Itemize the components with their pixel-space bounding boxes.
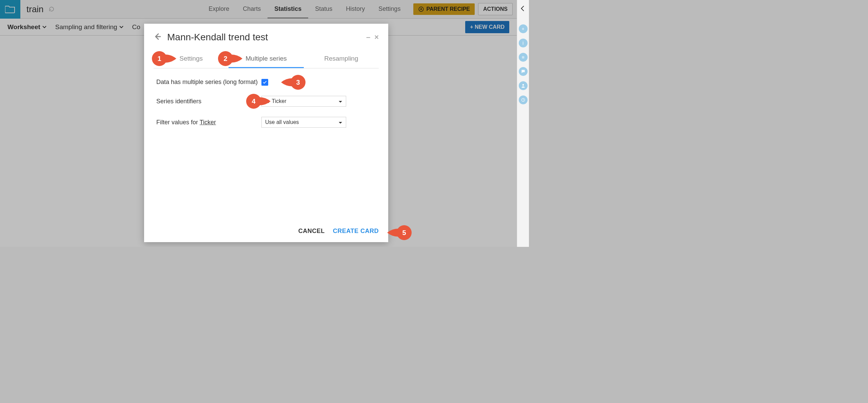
sidebar-circle-user[interactable]	[519, 81, 528, 90]
select-series-value: Ticker	[272, 98, 287, 104]
caret-down-icon	[338, 99, 342, 105]
text-type-icon: A	[265, 98, 269, 104]
right-sidebar: + i ≡	[517, 0, 529, 247]
check-icon	[262, 80, 267, 85]
close-icon[interactable]: ×	[374, 33, 379, 42]
select-series-identifier[interactable]: A Ticker	[261, 96, 346, 107]
modal-back-icon[interactable]	[154, 33, 162, 42]
modal-title: Mann-Kendall trend test	[167, 32, 362, 43]
tab-settings[interactable]: Settings	[154, 53, 229, 68]
modal-body: Data has multiple series (long format) S…	[144, 68, 388, 228]
filter-prefix: Filter values for	[156, 119, 200, 126]
sidebar-circle-info[interactable]: i	[519, 39, 528, 47]
sidebar-circle-plus[interactable]: +	[519, 24, 528, 33]
sidebar-circle-list[interactable]: ≡	[519, 53, 528, 62]
minimize-icon[interactable]: –	[366, 33, 370, 42]
modal-tabs: Settings Multiple series Resampling	[154, 53, 379, 68]
create-card-button[interactable]: CREATE CARD	[333, 228, 379, 235]
back-arrow-icon[interactable]	[519, 5, 527, 14]
svg-point-1	[522, 84, 524, 86]
label-series-identifiers: Series identifiers	[156, 98, 261, 105]
modal: Mann-Kendall trend test – × Settings Mul…	[144, 24, 388, 242]
modal-header: Mann-Kendall trend test – ×	[144, 24, 388, 46]
sidebar-circle-comment[interactable]	[519, 67, 528, 76]
label-filter-values: Filter values for Ticker	[156, 119, 261, 126]
checkbox-multiple-series[interactable]	[261, 79, 268, 86]
label-multiple-series: Data has multiple series (long format)	[156, 79, 261, 86]
select-filter-value: Use all values	[265, 119, 299, 125]
filter-column: Ticker	[200, 119, 216, 126]
caret-down-icon	[338, 120, 342, 126]
sidebar-circle-clock[interactable]	[519, 96, 528, 104]
tab-multiple-series[interactable]: Multiple series	[229, 53, 303, 68]
modal-footer: CANCEL CREATE CARD	[144, 228, 388, 242]
cancel-button[interactable]: CANCEL	[298, 228, 325, 235]
row-multiple-series: Data has multiple series (long format)	[156, 79, 379, 86]
row-series-identifiers: Series identifiers A Ticker	[156, 96, 379, 107]
row-filter-values: Filter values for Ticker Use all values	[156, 117, 379, 128]
tab-resampling[interactable]: Resampling	[304, 53, 379, 68]
select-filter-values[interactable]: Use all values	[261, 117, 346, 128]
